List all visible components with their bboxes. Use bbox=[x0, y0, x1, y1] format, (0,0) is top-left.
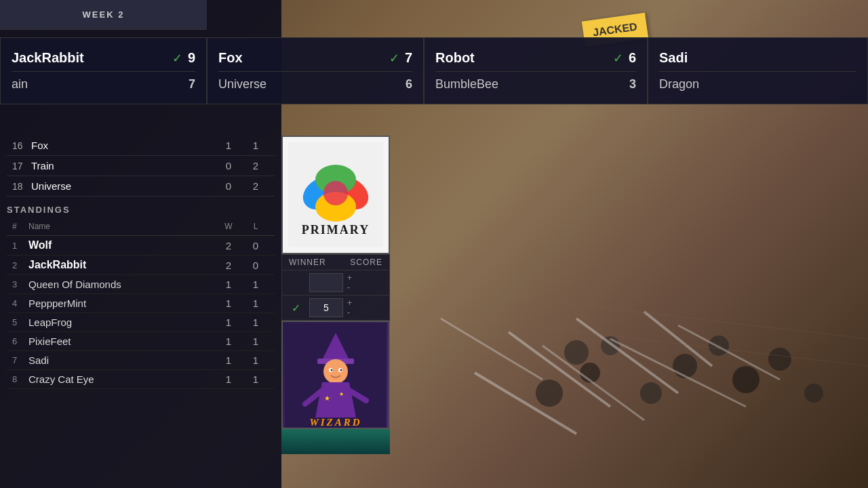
match2-check-icon: ✓ bbox=[389, 51, 399, 66]
match3-loser-score: 3 bbox=[629, 77, 636, 92]
svg-point-6 bbox=[709, 336, 729, 356]
match1-loser-name: ain bbox=[12, 77, 28, 92]
match1-winner-score: 9 bbox=[188, 50, 195, 66]
svg-point-9 bbox=[804, 384, 823, 403]
svg-line-15 bbox=[441, 319, 542, 380]
match-results-row: JackRabbit ✓ 9 ain 7 Fox ✓ 7 U bbox=[0, 37, 868, 104]
match-card-3: Robot ✓ 6 BumbleBee 3 bbox=[424, 37, 648, 104]
standings-row-3: 3 Queen Of Diamonds 1 1 bbox=[7, 275, 275, 294]
score-input-row-1[interactable]: + - bbox=[281, 270, 390, 296]
match-card-2: Fox ✓ 7 Universe 6 bbox=[207, 37, 424, 104]
standings-section: STANDINGS # Name W L 1 Wolf 2 0 2 JackRa… bbox=[0, 197, 281, 392]
minus-icon[interactable]: - bbox=[347, 283, 352, 292]
standings-row-6: 6 PixieFeet 1 1 bbox=[7, 332, 275, 351]
svg-text:★: ★ bbox=[324, 394, 330, 402]
plus-icon[interactable]: + bbox=[347, 273, 352, 283]
score-input-row-2[interactable]: ✓ 5 + - bbox=[281, 296, 390, 321]
rank-row-18: 18 Universe 0 2 bbox=[7, 176, 275, 197]
minus-icon-2[interactable]: - bbox=[347, 308, 352, 317]
image-panel: PRIMARY WINNER SCORE + - ✓ 5 + - bbox=[281, 136, 390, 454]
week-label: WEEK 2 bbox=[83, 9, 125, 20]
header-name: Name bbox=[28, 222, 215, 231]
header-w: W bbox=[215, 222, 242, 231]
rank-row-16: 16 Fox 1 1 bbox=[7, 136, 275, 156]
score-label: SCORE bbox=[350, 258, 382, 267]
standings-row-2: 2 JackRabbit 2 0 bbox=[7, 256, 275, 275]
match3-winner-score: 6 bbox=[629, 50, 636, 66]
standings-row-8: 8 Crazy Cat Eye 1 1 bbox=[7, 370, 275, 389]
svg-line-14 bbox=[475, 373, 576, 434]
winner-label: WINNER bbox=[289, 258, 326, 267]
svg-point-2 bbox=[536, 380, 563, 407]
svg-point-0 bbox=[564, 340, 589, 365]
plus-minus-1[interactable]: + - bbox=[347, 273, 352, 292]
standings-row-1: 1 Wolf 2 0 bbox=[7, 236, 275, 256]
checkmark-2[interactable]: ✓ bbox=[286, 298, 305, 317]
match3-loser-name: BumbleBee bbox=[435, 77, 498, 92]
match3-check-icon: ✓ bbox=[613, 51, 623, 66]
winner-score-header: WINNER SCORE bbox=[281, 254, 390, 270]
svg-point-4 bbox=[640, 382, 662, 404]
wizard-image: ★ ★ WIZARD bbox=[281, 321, 390, 429]
svg-point-30 bbox=[323, 359, 348, 384]
match1-check-icon: ✓ bbox=[172, 51, 182, 66]
match2-loser-score: 6 bbox=[406, 77, 412, 92]
teal-gradient-area bbox=[281, 429, 390, 454]
standings-row-5: 5 LeapFrog 1 1 bbox=[7, 313, 275, 332]
svg-point-5 bbox=[673, 354, 697, 378]
primary-logo-image: PRIMARY bbox=[281, 136, 390, 254]
rank-row-17: 17 Train 0 2 bbox=[7, 156, 275, 176]
svg-text:WIZARD: WIZARD bbox=[309, 417, 361, 428]
match-card-4: Sadi Dragon bbox=[648, 37, 868, 104]
match2-winner-score: 7 bbox=[405, 50, 412, 66]
svg-point-33 bbox=[331, 369, 333, 371]
header-l: L bbox=[242, 222, 269, 231]
match1-winner-name: JackRabbit bbox=[12, 50, 84, 66]
svg-line-18 bbox=[407, 285, 868, 339]
standings-header: # Name W L bbox=[7, 220, 275, 236]
sidebar-content: 16 Fox 1 1 17 Train 0 2 18 Universe 0 2 … bbox=[0, 136, 281, 392]
header-num: # bbox=[12, 222, 28, 231]
week-header: WEEK 2 bbox=[0, 0, 207, 30]
match2-loser-name: Universe bbox=[218, 77, 267, 92]
match1-loser-score: 7 bbox=[189, 77, 195, 92]
match2-winner-name: Fox bbox=[218, 50, 243, 66]
match3-winner-name: Robot bbox=[435, 50, 475, 66]
standings-row-7: 7 Sadi 1 1 bbox=[7, 351, 275, 370]
svg-text:★: ★ bbox=[339, 391, 344, 397]
lower-ranks: 16 Fox 1 1 17 Train 0 2 18 Universe 0 2 bbox=[0, 136, 281, 197]
svg-text:PRIMARY: PRIMARY bbox=[302, 223, 370, 237]
standings-row-4: 4 PeppperMint 1 1 bbox=[7, 294, 275, 313]
standings-title: STANDINGS bbox=[7, 205, 275, 215]
checkmark-1[interactable] bbox=[286, 273, 305, 292]
match4-loser-name: Dragon bbox=[659, 77, 699, 92]
plus-icon-2[interactable]: + bbox=[347, 298, 352, 308]
score-box-1[interactable] bbox=[309, 273, 343, 292]
svg-point-7 bbox=[732, 366, 760, 393]
score-box-2[interactable]: 5 bbox=[309, 298, 343, 317]
svg-point-8 bbox=[768, 348, 791, 371]
svg-point-34 bbox=[340, 369, 342, 371]
match4-winner-name: Sadi bbox=[659, 50, 688, 66]
svg-point-25 bbox=[323, 181, 348, 205]
plus-minus-2[interactable]: + - bbox=[347, 298, 352, 317]
match-card-1: JackRabbit ✓ 9 ain 7 bbox=[0, 37, 207, 104]
